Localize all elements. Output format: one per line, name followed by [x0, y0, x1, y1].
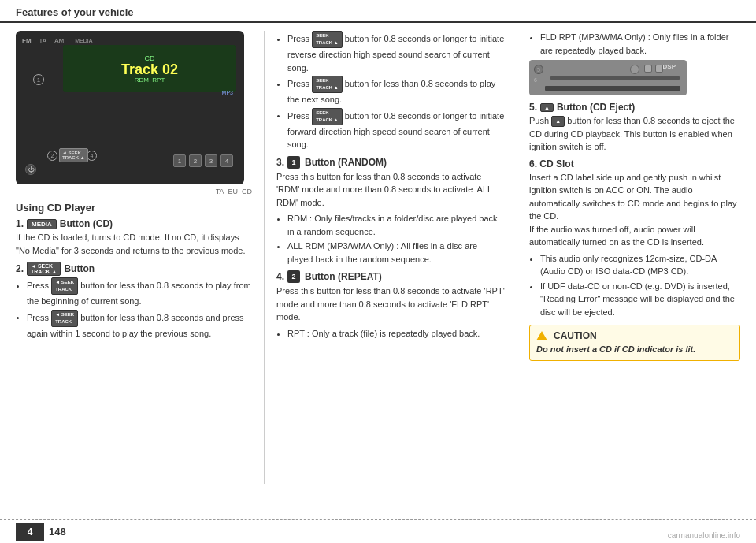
s3-bullet-2: ALL RDM (MP3/WMA Only) : All files in a …: [287, 240, 505, 266]
s4-badge: 2: [287, 270, 300, 283]
cd-display: CD Track 02 RDM RPT: [63, 45, 236, 92]
eject-button-badge: ▲: [540, 103, 554, 112]
seek-back-button: ◄ SEEKTRACK: [51, 277, 78, 295]
s3-title: 3. 1 Button (RANDOM): [276, 156, 505, 169]
s6-title: 6. CD Slot: [529, 158, 740, 169]
s2-bullet-list: Press ◄ SEEKTRACK button for less than 0…: [16, 277, 252, 340]
s2-bullet-1: Press ◄ SEEKTRACK button for less than 0…: [27, 277, 252, 308]
s1-body: If the CD is loaded, turns to CD mode. I…: [16, 231, 252, 257]
page-header: Features of your vehicle: [0, 0, 756, 23]
s2-bullet-2: Press ◄ SEEKTRACK button for less than 0…: [27, 310, 252, 340]
divider-left-mid: [264, 31, 265, 484]
caution-icon: [536, 331, 547, 340]
s2-mid-bullets: Press SEEKTRACK ▲ button for 0.8 seconds…: [276, 31, 505, 151]
eject-push-button: ▲: [551, 116, 565, 128]
s4-bullets: RPT : Only a track (file) is repeatedly …: [276, 327, 505, 340]
cd-player-image: FM TA AM MEDIA 1 CD Track 02 RDM RPT MP3: [16, 31, 244, 184]
media-button: MEDIA: [27, 219, 57, 229]
using-cd-title: Using CD Player: [16, 202, 252, 214]
caution-body: Do not insert a CD if CD indicator is li…: [536, 344, 733, 355]
divider-mid-right: [517, 31, 517, 484]
s6-bullet-1: This audio only recognizes 12cm-size, CD…: [540, 252, 740, 278]
s3-bullets: RDM : Only files/tracks in a folder/disc…: [276, 212, 505, 266]
seek-fwd-1: SEEKTRACK ▲: [312, 31, 343, 48]
page-title: Features of your vehicle: [16, 6, 740, 18]
seek-back-button-2: ◄ SEEKTRACK: [51, 310, 78, 327]
s3-badge: 1: [287, 156, 300, 169]
s2-mid-bullet-1: Press SEEKTRACK ▲ button for 0.8 seconds…: [287, 31, 505, 74]
left-column: FM TA AM MEDIA 1 CD Track 02 RDM RPT MP3: [16, 31, 260, 484]
s3-bullet-1: RDM : Only files/tracks in a folder/disc…: [287, 212, 505, 238]
s2-title: 2. ◄ SEEKTRACK ▲ Button: [16, 262, 252, 276]
footer-page-num: 148: [49, 526, 66, 537]
s2-mid-bullet-3: Press SEEKTRACK ▲ button for 0.8 seconds…: [287, 108, 505, 151]
s4-bullet-1: RPT : Only a track (file) is repeatedly …: [287, 327, 505, 340]
s1-title: 1. MEDIA Button (CD): [16, 218, 252, 229]
s3-body: Press this button for less than 0.8 seco…: [276, 170, 505, 210]
middle-column: Press SEEKTRACK ▲ button for 0.8 seconds…: [269, 31, 513, 484]
fld-rpt-item: FLD RPT (MP3/WMA Only) : Only files in a…: [540, 31, 740, 57]
s6-body: Insert a CD label side up and gently pus…: [529, 171, 740, 249]
image-caption: TA_EU_CD: [16, 188, 252, 195]
s6-bullets: This audio only recognizes 12cm-size, CD…: [529, 252, 740, 319]
page-footer: 4 148 carmanualonline.info: [0, 519, 756, 543]
s2-mid-bullet-2: Press SEEKTRACK ▲ button for less than 0…: [287, 76, 505, 106]
fld-rpt-bullet: FLD RPT (MP3/WMA Only) : Only files in a…: [529, 31, 740, 57]
seek-fwd-2: SEEKTRACK ▲: [312, 76, 343, 93]
s4-body: Press this button for less than 0.8 seco…: [276, 285, 505, 324]
footer-page-box: 4: [16, 523, 44, 541]
cd-device-image: 5 DSP 6: [529, 60, 687, 95]
seek-fwd-3: SEEKTRACK ▲: [312, 108, 343, 125]
page-container: Features of your vehicle FM TA AM MEDIA …: [0, 0, 756, 543]
track-button: ◄ SEEKTRACK ▲: [27, 262, 61, 276]
footer-watermark: carmanualonline.info: [668, 531, 740, 540]
content-area: FM TA AM MEDIA 1 CD Track 02 RDM RPT MP3: [0, 23, 756, 508]
s4-title: 4. 2 Button (REPEAT): [276, 270, 505, 283]
s5-title: 5. ▲ Button (CD Eject): [529, 102, 740, 113]
caution-box: CAUTION Do not insert a CD if CD indicat…: [529, 325, 740, 361]
caution-title: CAUTION: [536, 330, 733, 341]
s5-body: Push ▲ button for less than 0.8 seconds …: [529, 114, 740, 154]
right-column: FLD RPT (MP3/WMA Only) : Only files in a…: [521, 31, 740, 484]
s6-bullet-2: If UDF data-CD or non-CD (e.g. DVD) is i…: [540, 280, 740, 319]
